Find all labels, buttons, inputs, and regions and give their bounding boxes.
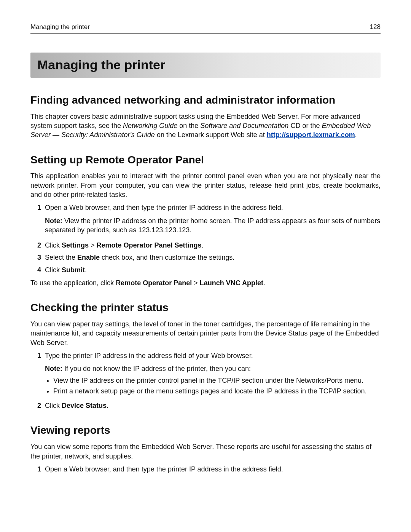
header-left: Managing the printer [30,23,90,32]
reports-steps: 1 Open a Web browser, and then type the … [30,465,381,474]
support-link[interactable]: http://support.lexmark.com [267,131,355,139]
section-networking-paragraph: This chapter covers basic administrative… [30,112,381,140]
list-item: 3 Select the Enable check box, and then … [30,253,381,262]
section-heading-reports: Viewing reports [30,423,381,438]
list-item: 2 Click Settings > Remote Operator Panel… [30,241,381,250]
list-item: 1 Type the printer IP address in the add… [30,351,381,398]
page-title: Managing the printer [30,53,381,78]
header-page-number: 128 [370,23,381,32]
remote-panel-outro: To use the application, click Remote Ope… [30,278,381,288]
remote-panel-intro: This application enables you to interact… [30,171,381,199]
list-item: 1 Open a Web browser, and then type the … [30,465,381,474]
printer-status-intro: You can view paper tray settings, the le… [30,320,381,347]
list-item: Print a network setup page or the menu s… [53,387,381,396]
remote-panel-steps: 1 Open a Web browser, and then type the … [30,203,381,275]
running-header: Managing the printer 128 [30,23,381,32]
section-heading-remote-panel: Setting up Remote Operator Panel [30,153,381,167]
section-heading-printer-status: Checking the printer status [30,300,381,315]
list-item: 1 Open a Web browser, and then type the … [30,203,381,238]
reports-intro: You can view some reports from the Embed… [30,442,381,461]
printer-status-steps: 1 Type the printer IP address in the add… [30,351,381,410]
ip-address-bullets: View the IP address on the printer contr… [53,376,381,396]
header-rule [30,33,381,34]
list-item: 4 Click Submit. [30,265,381,275]
list-item: View the IP address on the printer contr… [53,376,381,385]
list-item: 2 Click Device Status. [30,401,381,410]
section-heading-networking: Finding advanced networking and administ… [30,93,381,107]
